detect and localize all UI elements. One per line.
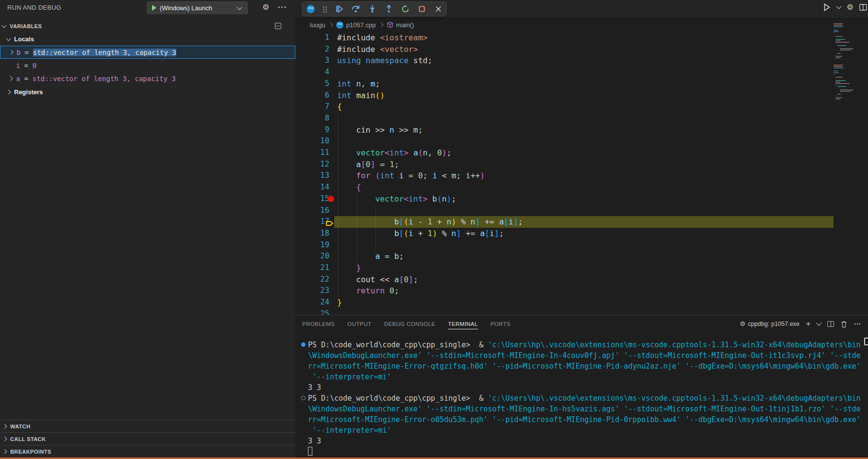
step-into-icon[interactable] (368, 5, 376, 14)
line-number[interactable]: 11 (304, 147, 329, 159)
vscode-window: RUN AND DEBUG (Windows) Launch ⚙ ··· VAR… (0, 0, 868, 459)
line-number[interactable]: 12 (304, 159, 329, 170)
new-terminal-icon[interactable]: + (806, 320, 811, 328)
section-call-stack[interactable]: CALL STACK (0, 432, 295, 445)
step-over-icon[interactable] (351, 5, 360, 14)
panel-tab-problems[interactable]: PROBLEMS (302, 315, 335, 333)
restart-icon[interactable] (401, 5, 409, 14)
terminal-session-label: cppdbg: p1057.exe (748, 321, 800, 327)
variable-value: 0 (33, 62, 36, 69)
line-number[interactable]: 2 (304, 44, 329, 55)
line-number[interactable]: 7 (304, 101, 329, 113)
terminal-session[interactable]: ⚙ cppdbg: p1057.exe (740, 320, 800, 328)
split-terminal-icon[interactable] (827, 321, 834, 327)
variable-row-i[interactable]: i = 0 (0, 59, 295, 72)
panel-more-icon[interactable]: ··· (854, 320, 861, 328)
line-number[interactable]: 14 (304, 182, 329, 193)
breadcrumb-folder[interactable]: luogu (310, 21, 325, 29)
line-number[interactable]: 23 (304, 285, 329, 297)
line-number[interactable]: 21 (304, 262, 329, 274)
breakpoint-icon[interactable] (328, 196, 334, 202)
locals-section-label: Locals (14, 35, 34, 43)
variable-name: a = std::vector of length 3, capacity 3 (16, 75, 176, 83)
line-number[interactable]: 18 (304, 228, 329, 239)
line-number[interactable]: 20 (304, 251, 329, 262)
minimap-bar (835, 82, 840, 83)
launch-config-dropdown[interactable]: (Windows) Launch (147, 1, 248, 14)
start-debug-icon[interactable] (152, 5, 156, 11)
line-number[interactable]: 15 (304, 193, 329, 205)
section-breakpoints[interactable]: BREAKPOINTS (0, 445, 295, 458)
breadcrumb-file[interactable]: p1057.cpp (346, 21, 376, 29)
minimap-line (834, 47, 865, 48)
panel-tab-debug-console[interactable]: DEBUG CONSOLE (384, 315, 436, 333)
line-number[interactable]: 16 (304, 205, 329, 217)
code-line: } (337, 297, 342, 308)
code-editor[interactable]: 1#include <iostream>2#include <vector>3u… (295, 30, 868, 315)
minimap-line (834, 95, 865, 96)
code-line: } (337, 262, 361, 274)
line-number[interactable]: 22 (304, 274, 329, 286)
minimap-line (834, 56, 865, 57)
command-success-decoration[interactable] (301, 342, 306, 347)
command-pending-decoration[interactable] (301, 396, 306, 400)
variable-row-a[interactable]: a = std::vector of length 3, capacity 3 (0, 72, 295, 85)
run-dropdown-icon[interactable] (836, 3, 841, 9)
panel-tab-output[interactable]: OUTPUT (347, 315, 372, 333)
variable-row-b[interactable]: b = std::vector of length 3, capacity 3 (0, 46, 295, 59)
line-number[interactable]: 13 (304, 170, 329, 182)
line-number[interactable]: 24 (304, 297, 329, 308)
split-editor-icon[interactable] (859, 3, 867, 11)
more-actions-icon[interactable]: ··· (278, 3, 287, 12)
gear-icon[interactable]: ⚙ (262, 3, 269, 12)
collapse-all-icon[interactable] (275, 23, 281, 29)
minimap-line (834, 23, 865, 24)
step-out-icon[interactable] (384, 5, 393, 14)
minimap-bar (834, 100, 834, 101)
line-number[interactable]: 8 (304, 113, 329, 124)
line-number[interactable]: 25 (304, 308, 329, 315)
section-variables[interactable]: VARIABLES (0, 19, 295, 33)
stop-icon[interactable] (417, 5, 426, 14)
panel-tab-ports[interactable]: PORTS (491, 315, 511, 333)
continue-icon[interactable] (335, 5, 343, 14)
section-locals[interactable]: Locals (0, 33, 295, 46)
debug-toolbar[interactable]: ++ (302, 1, 447, 17)
minimap-line (834, 42, 865, 43)
minimap-line (834, 78, 865, 79)
line-number[interactable]: 19 (304, 239, 329, 251)
minimap-bar (835, 43, 836, 44)
settings-gear-icon[interactable]: ⚙ (847, 3, 853, 12)
breadcrumb-symbol[interactable]: main() (396, 21, 414, 29)
line-number[interactable]: 9 (304, 124, 329, 136)
line-number[interactable]: 3 (304, 55, 329, 67)
variable-value: std::vector of length 3, capacity 3 (33, 75, 176, 83)
run-code-icon[interactable] (822, 3, 831, 12)
line-number[interactable]: 5 (304, 78, 329, 90)
terminal-output[interactable]: PS D:\code_world\code_cpp\cpp_single> & … (295, 333, 868, 458)
line-number[interactable]: 4 (304, 67, 329, 78)
clipped-scroll-icon (864, 338, 868, 345)
line-number[interactable]: 10 (304, 136, 329, 147)
minimap-bar (835, 83, 849, 84)
section-watch[interactable]: WATCH (0, 420, 295, 432)
minimap[interactable] (834, 23, 865, 276)
code-line: vector<int> b(n); (337, 193, 456, 205)
line-number[interactable]: 6 (304, 90, 329, 102)
chevron-right-icon (6, 90, 11, 95)
close-icon[interactable] (434, 5, 443, 14)
breadcrumb: luogu p1057.cpp main() (310, 19, 414, 30)
kill-terminal-icon[interactable] (840, 321, 848, 328)
drag-handle[interactable] (323, 5, 327, 13)
section-registers[interactable]: Registers (0, 85, 295, 99)
chevron-down-icon (6, 36, 11, 41)
panel-actions: ⚙ cppdbg: p1057.exe + ··· (740, 320, 868, 328)
minimap-bar (834, 74, 834, 75)
code-line: using namespace std; (337, 55, 432, 67)
line-number[interactable]: 1 (304, 32, 329, 44)
terminal-dropdown-icon[interactable] (816, 320, 821, 325)
minimap-line (834, 30, 865, 31)
launch-config-label: (Windows) Launch (160, 4, 238, 12)
panel-tab-terminal[interactable]: TERMINAL (448, 315, 477, 333)
minimap-bar (835, 57, 840, 58)
